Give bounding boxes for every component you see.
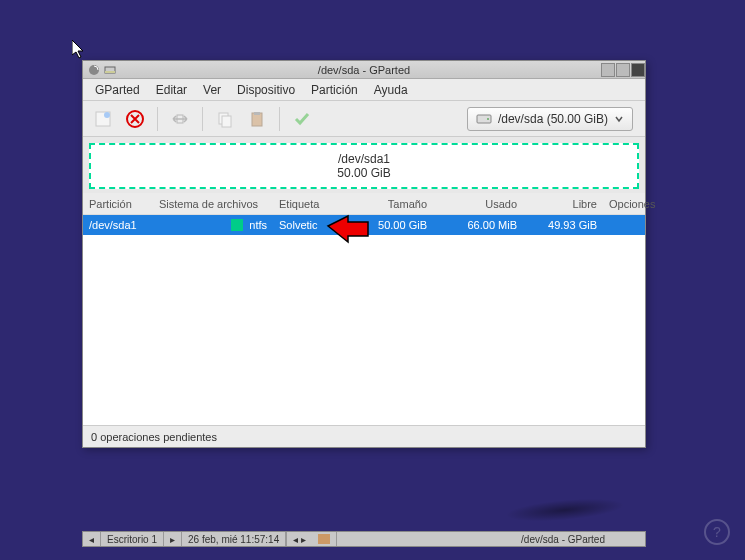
- gparted-window: /dev/sda - GParted GParted Editar Ver Di…: [82, 60, 646, 448]
- chevron-down-icon: [614, 114, 624, 124]
- device-selector[interactable]: /dev/sda (50.00 GiB): [467, 107, 633, 131]
- table-header[interactable]: Partición Sistema de archivos Etiqueta T…: [83, 193, 645, 215]
- statusbar: 0 operaciones pendientes: [83, 425, 645, 447]
- svg-point-12: [487, 118, 489, 120]
- menu-particion[interactable]: Partición: [303, 81, 366, 99]
- taskbar-active-title[interactable]: /dev/sda - GParted: [481, 534, 645, 545]
- col-sistema[interactable]: Sistema de archivos: [153, 198, 273, 210]
- menu-editar[interactable]: Editar: [148, 81, 195, 99]
- cell-fs-label: ntfs: [249, 219, 267, 231]
- copy-button[interactable]: [211, 105, 239, 133]
- col-opciones[interactable]: Opciones: [603, 198, 673, 210]
- app-menu-icon[interactable]: [87, 63, 101, 77]
- cell-tamano: 50.00 GiB: [343, 219, 433, 231]
- col-etiqueta[interactable]: Etiqueta: [273, 198, 343, 210]
- close-button[interactable]: [631, 63, 645, 77]
- taskbar-app-icon[interactable]: [312, 532, 337, 546]
- taskbar-datetime[interactable]: 26 feb, mié 11:57:14: [182, 532, 286, 546]
- device-selector-label: /dev/sda (50.00 GiB): [498, 112, 608, 126]
- menu-ayuda[interactable]: Ayuda: [366, 81, 416, 99]
- disk-graphic-name: /dev/sda1: [338, 152, 390, 166]
- resize-button[interactable]: [166, 105, 194, 133]
- svg-point-4: [104, 112, 110, 118]
- mouse-cursor: [72, 40, 86, 60]
- menu-ver[interactable]: Ver: [195, 81, 229, 99]
- cell-libre: 49.93 GiB: [523, 219, 603, 231]
- taskbar-nav-right[interactable]: ▸: [164, 532, 182, 546]
- menubar: GParted Editar Ver Dispositivo Partición…: [83, 79, 645, 101]
- disk-graphic[interactable]: /dev/sda1 50.00 GiB: [89, 143, 639, 189]
- cell-usado: 66.00 MiB: [433, 219, 523, 231]
- drive-icon: [476, 113, 492, 125]
- col-particion[interactable]: Partición: [83, 198, 153, 210]
- minimize-button[interactable]: [601, 63, 615, 77]
- table-row[interactable]: /dev/sda1 ntfs Solvetic 50.00 GiB 66.00 …: [83, 215, 645, 235]
- fs-color-swatch: [231, 219, 243, 231]
- col-usado[interactable]: Usado: [433, 198, 523, 210]
- titlebar[interactable]: /dev/sda - GParted: [83, 61, 645, 79]
- paste-button[interactable]: [243, 105, 271, 133]
- col-libre[interactable]: Libre: [523, 198, 603, 210]
- maximize-button[interactable]: [616, 63, 630, 77]
- svg-rect-10: [254, 112, 260, 115]
- window-title: /dev/sda - GParted: [83, 64, 645, 76]
- table-empty-area[interactable]: [83, 235, 645, 425]
- toolbar: /dev/sda (50.00 GiB): [83, 101, 645, 137]
- svg-rect-8: [222, 116, 231, 127]
- menu-gparted[interactable]: GParted: [87, 81, 148, 99]
- partition-table: Partición Sistema de archivos Etiqueta T…: [83, 193, 645, 425]
- taskbar-tray[interactable]: ◂ ▸: [286, 532, 312, 546]
- shadow-decoration: [504, 495, 625, 525]
- svg-rect-2: [105, 71, 115, 73]
- cell-particion: /dev/sda1: [83, 219, 153, 231]
- pending-operations-label: 0 operaciones pendientes: [91, 431, 217, 443]
- taskbar: ◂ Escritorio 1 ▸ 26 feb, mié 11:57:14 ◂ …: [82, 531, 646, 547]
- col-tamano[interactable]: Tamaño: [343, 198, 433, 210]
- disk-graphic-size: 50.00 GiB: [337, 166, 390, 180]
- new-partition-button[interactable]: [89, 105, 117, 133]
- taskbar-desktop[interactable]: Escritorio 1: [101, 532, 164, 546]
- drive-icon: [103, 63, 117, 77]
- watermark-icon: ?: [704, 519, 730, 545]
- cell-fs: ntfs: [153, 219, 273, 231]
- apply-button[interactable]: [288, 105, 316, 133]
- taskbar-nav-left[interactable]: ◂: [83, 532, 101, 546]
- menu-dispositivo[interactable]: Dispositivo: [229, 81, 303, 99]
- svg-rect-13: [318, 534, 330, 544]
- delete-partition-button[interactable]: [121, 105, 149, 133]
- cell-etiqueta: Solvetic: [273, 219, 343, 231]
